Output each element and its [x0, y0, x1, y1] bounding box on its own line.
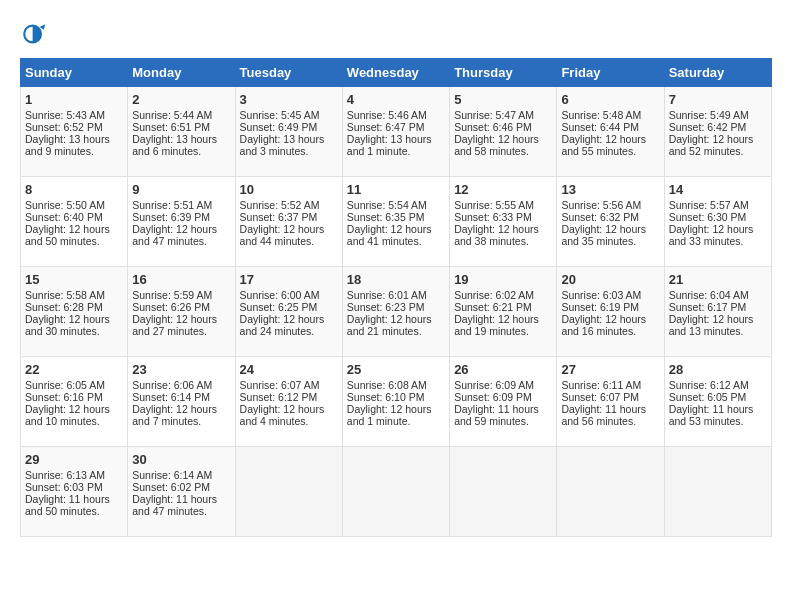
calendar-cell: 27Sunrise: 6:11 AMSunset: 6:07 PMDayligh… [557, 357, 664, 447]
sunset: Sunset: 6:52 PM [25, 121, 103, 133]
daylight: Daylight: 13 hours and 6 minutes. [132, 133, 217, 157]
sunrise: Sunrise: 5:45 AM [240, 109, 320, 121]
day-number: 3 [240, 92, 338, 107]
daylight: Daylight: 12 hours and 47 minutes. [132, 223, 217, 247]
sunset: Sunset: 6:37 PM [240, 211, 318, 223]
day-number: 27 [561, 362, 659, 377]
sunset: Sunset: 6:07 PM [561, 391, 639, 403]
daylight: Daylight: 12 hours and 41 minutes. [347, 223, 432, 247]
daylight: Daylight: 12 hours and 50 minutes. [25, 223, 110, 247]
day-number: 30 [132, 452, 230, 467]
sunrise: Sunrise: 6:11 AM [561, 379, 641, 391]
calendar-cell: 23Sunrise: 6:06 AMSunset: 6:14 PMDayligh… [128, 357, 235, 447]
calendar-cell: 7Sunrise: 5:49 AMSunset: 6:42 PMDaylight… [664, 87, 771, 177]
sunset: Sunset: 6:21 PM [454, 301, 532, 313]
sunrise: Sunrise: 5:52 AM [240, 199, 320, 211]
sunset: Sunset: 6:16 PM [25, 391, 103, 403]
calendar-cell: 16Sunrise: 5:59 AMSunset: 6:26 PMDayligh… [128, 267, 235, 357]
calendar-cell: 13Sunrise: 5:56 AMSunset: 6:32 PMDayligh… [557, 177, 664, 267]
daylight: Daylight: 12 hours and 35 minutes. [561, 223, 646, 247]
calendar-cell [450, 447, 557, 537]
sunrise: Sunrise: 5:56 AM [561, 199, 641, 211]
logo [20, 20, 52, 48]
sunset: Sunset: 6:02 PM [132, 481, 210, 493]
sunrise: Sunrise: 5:54 AM [347, 199, 427, 211]
daylight: Daylight: 13 hours and 1 minute. [347, 133, 432, 157]
day-number: 26 [454, 362, 552, 377]
day-number: 21 [669, 272, 767, 287]
weekday-header-tuesday: Tuesday [235, 59, 342, 87]
sunrise: Sunrise: 6:04 AM [669, 289, 749, 301]
sunset: Sunset: 6:51 PM [132, 121, 210, 133]
calendar-cell: 15Sunrise: 5:58 AMSunset: 6:28 PMDayligh… [21, 267, 128, 357]
calendar-cell: 3Sunrise: 5:45 AMSunset: 6:49 PMDaylight… [235, 87, 342, 177]
day-number: 25 [347, 362, 445, 377]
daylight: Daylight: 11 hours and 47 minutes. [132, 493, 217, 517]
sunset: Sunset: 6:14 PM [132, 391, 210, 403]
calendar-cell: 17Sunrise: 6:00 AMSunset: 6:25 PMDayligh… [235, 267, 342, 357]
sunrise: Sunrise: 5:47 AM [454, 109, 534, 121]
sunrise: Sunrise: 6:06 AM [132, 379, 212, 391]
sunset: Sunset: 6:42 PM [669, 121, 747, 133]
weekday-header-row: SundayMondayTuesdayWednesdayThursdayFrid… [21, 59, 772, 87]
calendar-cell: 19Sunrise: 6:02 AMSunset: 6:21 PMDayligh… [450, 267, 557, 357]
day-number: 10 [240, 182, 338, 197]
sunset: Sunset: 6:23 PM [347, 301, 425, 313]
day-number: 14 [669, 182, 767, 197]
calendar-cell: 29Sunrise: 6:13 AMSunset: 6:03 PMDayligh… [21, 447, 128, 537]
calendar-cell: 5Sunrise: 5:47 AMSunset: 6:46 PMDaylight… [450, 87, 557, 177]
sunset: Sunset: 6:44 PM [561, 121, 639, 133]
sunset: Sunset: 6:10 PM [347, 391, 425, 403]
sunrise: Sunrise: 6:00 AM [240, 289, 320, 301]
day-number: 4 [347, 92, 445, 107]
day-number: 2 [132, 92, 230, 107]
week-row-2: 8Sunrise: 5:50 AMSunset: 6:40 PMDaylight… [21, 177, 772, 267]
daylight: Daylight: 12 hours and 13 minutes. [669, 313, 754, 337]
daylight: Daylight: 12 hours and 33 minutes. [669, 223, 754, 247]
sunrise: Sunrise: 6:09 AM [454, 379, 534, 391]
sunrise: Sunrise: 6:13 AM [25, 469, 105, 481]
sunset: Sunset: 6:32 PM [561, 211, 639, 223]
day-number: 5 [454, 92, 552, 107]
calendar-cell [342, 447, 449, 537]
calendar-cell: 1Sunrise: 5:43 AMSunset: 6:52 PMDaylight… [21, 87, 128, 177]
day-number: 29 [25, 452, 123, 467]
calendar-cell: 30Sunrise: 6:14 AMSunset: 6:02 PMDayligh… [128, 447, 235, 537]
calendar-cell [557, 447, 664, 537]
day-number: 6 [561, 92, 659, 107]
day-number: 16 [132, 272, 230, 287]
calendar-cell: 28Sunrise: 6:12 AMSunset: 6:05 PMDayligh… [664, 357, 771, 447]
calendar-cell: 12Sunrise: 5:55 AMSunset: 6:33 PMDayligh… [450, 177, 557, 267]
calendar-cell: 4Sunrise: 5:46 AMSunset: 6:47 PMDaylight… [342, 87, 449, 177]
sunset: Sunset: 6:39 PM [132, 211, 210, 223]
calendar-cell: 26Sunrise: 6:09 AMSunset: 6:09 PMDayligh… [450, 357, 557, 447]
daylight: Daylight: 12 hours and 52 minutes. [669, 133, 754, 157]
sunset: Sunset: 6:17 PM [669, 301, 747, 313]
weekday-header-thursday: Thursday [450, 59, 557, 87]
day-number: 22 [25, 362, 123, 377]
sunrise: Sunrise: 5:50 AM [25, 199, 105, 211]
day-number: 28 [669, 362, 767, 377]
calendar-cell: 8Sunrise: 5:50 AMSunset: 6:40 PMDaylight… [21, 177, 128, 267]
weekday-header-sunday: Sunday [21, 59, 128, 87]
daylight: Daylight: 12 hours and 21 minutes. [347, 313, 432, 337]
sunrise: Sunrise: 5:59 AM [132, 289, 212, 301]
sunrise: Sunrise: 5:48 AM [561, 109, 641, 121]
daylight: Daylight: 12 hours and 30 minutes. [25, 313, 110, 337]
day-number: 20 [561, 272, 659, 287]
calendar-cell: 10Sunrise: 5:52 AMSunset: 6:37 PMDayligh… [235, 177, 342, 267]
week-row-3: 15Sunrise: 5:58 AMSunset: 6:28 PMDayligh… [21, 267, 772, 357]
sunset: Sunset: 6:05 PM [669, 391, 747, 403]
day-number: 24 [240, 362, 338, 377]
daylight: Daylight: 12 hours and 1 minute. [347, 403, 432, 427]
daylight: Daylight: 11 hours and 56 minutes. [561, 403, 646, 427]
daylight: Daylight: 12 hours and 16 minutes. [561, 313, 646, 337]
sunrise: Sunrise: 6:05 AM [25, 379, 105, 391]
daylight: Daylight: 11 hours and 53 minutes. [669, 403, 754, 427]
sunset: Sunset: 6:33 PM [454, 211, 532, 223]
weekday-header-saturday: Saturday [664, 59, 771, 87]
daylight: Daylight: 12 hours and 7 minutes. [132, 403, 217, 427]
sunrise: Sunrise: 6:02 AM [454, 289, 534, 301]
sunrise: Sunrise: 6:12 AM [669, 379, 749, 391]
sunset: Sunset: 6:12 PM [240, 391, 318, 403]
